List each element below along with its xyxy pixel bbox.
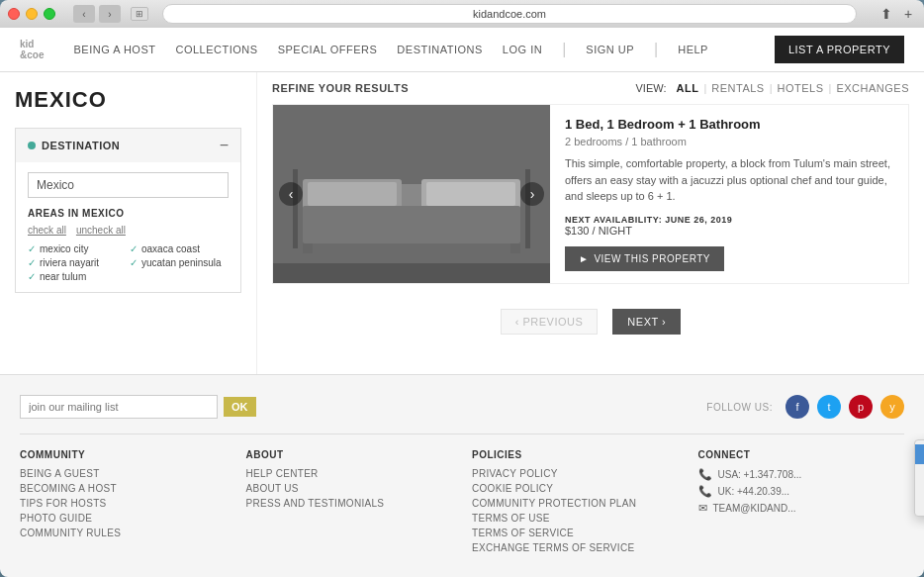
listing-price: $130 / NIGHT xyxy=(565,225,893,237)
connect-usa[interactable]: 📞 USA: +1.347.708... xyxy=(698,468,905,481)
page-content: MEXICO DESTINATION − AREAS IN MEXICO c xyxy=(0,72,924,374)
main-nav: BEING A HOST COLLECTIONS SPECIAL OFFERS … xyxy=(73,36,904,63)
title-bar: ‹ › ⊞ kidandcoe.com ⬆ + xyxy=(0,0,924,28)
checkbox-tulum[interactable]: ✓ near tulum xyxy=(28,271,127,282)
footer-col-policies: POLICIES PRIVACY POLICY COOKIE POLICY CO… xyxy=(472,449,679,557)
footer-col-connect: CONNECT 📞 USA: +1.347.708... 📞 UK: +44.2… xyxy=(698,449,905,557)
svg-rect-9 xyxy=(426,182,515,206)
listing-title: 1 Bed, 1 Bedroom + 1 Bathroom xyxy=(565,117,893,132)
nav-special-offers[interactable]: SPECIAL OFFERS xyxy=(278,44,378,55)
footer-link-photo[interactable]: PHOTO GUIDE xyxy=(20,513,227,524)
prev-image-button[interactable]: ‹ xyxy=(279,182,303,206)
logo-line1: kid xyxy=(20,39,44,49)
footer-link-exchange-terms[interactable]: EXCHANGE TERMS OF SERVICE xyxy=(472,542,679,553)
minimize-button[interactable] xyxy=(26,8,38,20)
view-exchanges[interactable]: EXCHANGES xyxy=(836,82,909,94)
listing-subtitle: 2 bedrooms / 1 bathroom xyxy=(565,136,893,147)
twitter-icon[interactable]: t xyxy=(817,395,841,419)
checkbox-oaxaca[interactable]: ✓ oaxaca coast xyxy=(130,243,229,254)
footer-link-cookie[interactable]: COOKIE POLICY xyxy=(472,483,679,494)
footer-link-privacy[interactable]: PRIVACY POLICY xyxy=(472,468,679,479)
nav-help[interactable]: HELP xyxy=(678,44,708,55)
nav-separator: | xyxy=(562,41,566,58)
checkbox-riviera[interactable]: ✓ riviera nayarit xyxy=(28,257,127,268)
follow-us-label: FOLLOW US: xyxy=(706,402,773,413)
mailing-input[interactable] xyxy=(20,395,218,419)
share-button[interactable]: ⬆ xyxy=(878,6,894,22)
uncheck-all-link[interactable]: uncheck all xyxy=(76,225,126,236)
view-rentals[interactable]: RENTALS xyxy=(711,82,764,94)
footer-link-terms-of-use[interactable]: TERMS OF USE xyxy=(472,513,679,524)
view-btn-label: VIEW THIS PROPERTY xyxy=(594,253,710,264)
tooltip-audio-facetime[interactable]: Аудиовызов FaceTime xyxy=(915,488,924,512)
checkbox-mexico-city[interactable]: ✓ mexico city xyxy=(28,243,127,254)
footer-link-being-guest[interactable]: BEING A GUEST xyxy=(20,468,227,479)
close-button[interactable] xyxy=(8,8,20,20)
prev-page-button[interactable]: ‹ PREVIOUS xyxy=(501,309,599,335)
connect-uk[interactable]: 📞 UK: +44.20.39... xyxy=(698,485,905,498)
facebook-icon[interactable]: f xyxy=(785,395,809,419)
footer-link-terms-of-service[interactable]: TERMS OF SERVICE xyxy=(472,528,679,538)
tooltip-facetime[interactable]: FaceTime xyxy=(915,464,924,488)
refine-label: REFINE YOUR RESULTS xyxy=(272,82,409,94)
footer-link-help-center[interactable]: HELP CENTER xyxy=(246,468,453,479)
checkbox-label: near tulum xyxy=(40,271,86,282)
mailing-ok-button[interactable]: OK xyxy=(224,397,256,417)
next-page-button[interactable]: NEXT › xyxy=(612,309,681,335)
footer-connect-title: CONNECT xyxy=(698,449,905,460)
footer: OK FOLLOW US: f t p y COMMUNITY BEING A … xyxy=(0,374,924,577)
footer-link-about-us[interactable]: ABOUT US xyxy=(246,483,453,494)
list-property-button[interactable]: LIST A PROPERTY xyxy=(775,36,904,63)
footer-link-becoming-host[interactable]: BECOMING A HOST xyxy=(20,483,227,494)
checkbox-grid: ✓ mexico city ✓ oaxaca coast ✓ riviera n… xyxy=(28,243,229,282)
listing-description: This simple, comfortable property, a blo… xyxy=(565,155,893,205)
filter-toggle-icon: − xyxy=(220,137,229,154)
sidebar: MEXICO DESTINATION − AREAS IN MEXICO c xyxy=(0,72,257,374)
filter-section: DESTINATION − AREAS IN MEXICO check all … xyxy=(15,128,241,293)
footer-policies-title: POLICIES xyxy=(472,449,679,460)
forward-button[interactable]: › xyxy=(99,5,121,23)
new-tab-button[interactable]: + xyxy=(900,6,916,22)
footer-link-community-protection[interactable]: COMMUNITY PROTECTION PLAN xyxy=(472,498,679,509)
destination-input[interactable] xyxy=(28,172,229,198)
view-property-button[interactable]: ► VIEW THIS PROPERTY xyxy=(565,246,724,271)
mailing-row: OK FOLLOW US: f t p y xyxy=(20,395,904,434)
check-all-link[interactable]: check all xyxy=(28,225,66,236)
pinterest-icon[interactable]: p xyxy=(849,395,873,419)
checkbox-label: yucatan peninsula xyxy=(141,257,222,268)
youtube-icon[interactable]: y xyxy=(880,395,904,419)
filter-header[interactable]: DESTINATION − xyxy=(16,129,240,162)
mailing-section: OK xyxy=(20,395,256,419)
filter-body: AREAS IN MEXICO check all uncheck all ✓ … xyxy=(16,162,240,292)
back-button[interactable]: ‹ xyxy=(73,5,95,23)
filter-dot xyxy=(28,142,36,149)
connect-email[interactable]: ✉ TEAM@KIDAND... xyxy=(698,502,905,515)
view-options: ALL | RENTALS | HOTELS | EXCHANGES xyxy=(677,82,909,94)
social-row: FOLLOW US: f t p y xyxy=(706,395,904,419)
listing-images: ‹ › xyxy=(273,105,550,283)
svg-rect-6 xyxy=(293,169,298,248)
footer-col-title: COMMUNITY xyxy=(20,449,227,460)
phone-tooltip: Позвонить с iPhone: +1 (347) 708-1598 Fa… xyxy=(914,439,924,517)
nav-destinations[interactable]: DESTINATIONS xyxy=(397,44,482,55)
view-label: VIEW: xyxy=(636,82,667,94)
view-all[interactable]: ALL xyxy=(677,82,699,94)
next-image-button[interactable]: › xyxy=(520,182,544,206)
footer-link-press[interactable]: PRESS AND TESTIMONIALS xyxy=(246,498,453,509)
nav-being-a-host[interactable]: BEING A HOST xyxy=(73,44,155,55)
address-bar[interactable]: kidandcoe.com xyxy=(162,4,857,24)
website: kid &coe BEING A HOST COLLECTIONS SPECIA… xyxy=(0,28,924,577)
footer-link-tips[interactable]: TIPS FOR HOSTS xyxy=(20,498,227,509)
checkbox-label: oaxaca coast xyxy=(141,243,200,254)
nav-sign-up[interactable]: SIGN UP xyxy=(586,44,634,55)
maximize-button[interactable] xyxy=(44,8,55,20)
nav-log-in[interactable]: LOG IN xyxy=(503,44,542,55)
view-hotels[interactable]: HOTELS xyxy=(778,82,824,94)
tab-overview-button[interactable]: ⊞ xyxy=(131,7,148,21)
nav-collections[interactable]: COLLECTIONS xyxy=(175,44,257,55)
email-icon: ✉ xyxy=(698,502,707,515)
svg-rect-10 xyxy=(303,206,520,243)
footer-link-community-rules[interactable]: COMMUNITY RULES xyxy=(20,528,227,538)
checkbox-yucatan[interactable]: ✓ yucatan peninsula xyxy=(130,257,229,268)
phone-icon-uk: 📞 xyxy=(698,485,712,498)
